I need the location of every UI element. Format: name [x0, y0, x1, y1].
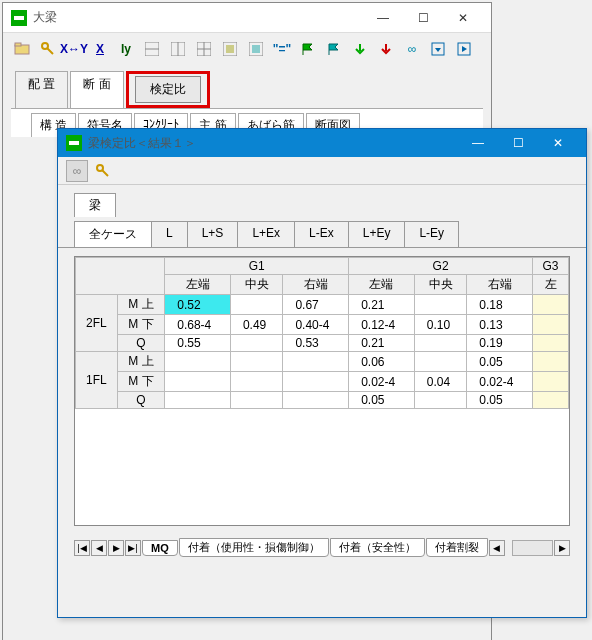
col-g2: G2 — [349, 258, 533, 275]
equal-icon[interactable]: "=" — [271, 38, 293, 60]
cell[interactable]: 0.18 — [467, 295, 533, 315]
cell[interactable]: 0.02-4 — [349, 372, 415, 392]
grid1-icon[interactable] — [141, 38, 163, 60]
cell[interactable]: 0.49 — [230, 315, 282, 335]
maximize-button[interactable]: ☐ — [403, 5, 443, 31]
cell[interactable] — [230, 392, 282, 409]
cell[interactable]: 0.68-4 — [165, 315, 231, 335]
folder-icon[interactable] — [11, 38, 33, 60]
cell[interactable]: 0.52 — [165, 295, 231, 315]
case-tab-l[interactable]: L — [151, 221, 188, 247]
cell[interactable]: 0.53 — [283, 335, 349, 352]
cell[interactable] — [414, 295, 466, 315]
nav-first-icon[interactable]: |◀ — [74, 540, 90, 556]
cell[interactable] — [533, 335, 569, 352]
cell[interactable] — [533, 352, 569, 372]
sub-center2: 中央 — [414, 275, 466, 295]
minimize-button[interactable]: — — [363, 5, 403, 31]
cell[interactable] — [230, 335, 282, 352]
floor-label: 2FL — [76, 295, 118, 352]
row-type-label: M 下 — [117, 315, 165, 335]
cell[interactable] — [414, 335, 466, 352]
cell[interactable] — [533, 315, 569, 335]
table-row: 2FLM 上0.520.670.210.18 — [76, 295, 569, 315]
cell[interactable] — [165, 352, 231, 372]
cell[interactable] — [283, 392, 349, 409]
case-tab-l-ex[interactable]: L-Ex — [294, 221, 349, 247]
xy-arrow-icon[interactable]: X↔Y — [63, 38, 85, 60]
grid5-icon[interactable] — [245, 38, 267, 60]
cell[interactable] — [230, 372, 282, 392]
sub-maximize-button[interactable]: ☐ — [498, 130, 538, 156]
flag-teal-icon[interactable] — [323, 38, 345, 60]
svg-rect-15 — [252, 45, 260, 53]
btab-fuchaku3[interactable]: 付着割裂 — [426, 538, 488, 557]
scroll-right-icon[interactable]: ▶ — [554, 540, 570, 556]
cell[interactable]: 0.05 — [467, 352, 533, 372]
cell[interactable] — [283, 372, 349, 392]
down-green-icon[interactable] — [349, 38, 371, 60]
close-button[interactable]: ✕ — [443, 5, 483, 31]
btab-mq[interactable]: MQ — [142, 540, 178, 556]
sub-link-icon[interactable]: ∞ — [66, 160, 88, 182]
x-icon[interactable]: X — [89, 38, 111, 60]
cell[interactable]: 0.55 — [165, 335, 231, 352]
table-row: 1FLM 上0.060.05 — [76, 352, 569, 372]
case-tab-lex[interactable]: L+Ex — [237, 221, 295, 247]
cell[interactable]: 0.05 — [349, 392, 415, 409]
grid2-icon[interactable] — [167, 38, 189, 60]
sub-minimize-button[interactable]: — — [458, 130, 498, 156]
cell[interactable] — [230, 295, 282, 315]
case-tab-all[interactable]: 全ケース — [74, 221, 152, 247]
cell[interactable]: 0.21 — [349, 335, 415, 352]
case-tab-l-ey[interactable]: L-Ey — [404, 221, 459, 247]
grid3-icon[interactable] — [193, 38, 215, 60]
svg-rect-2 — [15, 43, 21, 46]
cell[interactable] — [533, 372, 569, 392]
cell[interactable]: 0.21 — [349, 295, 415, 315]
results-table: G1 G2 G3 左端 中央 右端 左端 中央 右端 左 2FLM 上0.520… — [75, 257, 569, 409]
cell[interactable] — [533, 295, 569, 315]
row-type-label: Q — [117, 335, 165, 352]
cell[interactable]: 0.04 — [414, 372, 466, 392]
scroll-left-icon[interactable]: ◀ — [489, 540, 505, 556]
panel-right-icon[interactable] — [453, 38, 475, 60]
cell[interactable]: 0.67 — [283, 295, 349, 315]
cell[interactable] — [283, 352, 349, 372]
key-icon[interactable] — [37, 38, 59, 60]
h-scrollbar[interactable] — [512, 540, 553, 556]
link-icon[interactable]: ∞ — [401, 38, 423, 60]
cell[interactable]: 0.12-4 — [349, 315, 415, 335]
nav-next-icon[interactable]: ▶ — [108, 540, 124, 556]
iy-icon[interactable]: Iy — [115, 38, 137, 60]
cell[interactable]: 0.19 — [467, 335, 533, 352]
sub-close-button[interactable]: ✕ — [538, 130, 578, 156]
flag-green-icon[interactable] — [297, 38, 319, 60]
cell[interactable] — [165, 392, 231, 409]
case-tab-ley[interactable]: L+Ey — [348, 221, 406, 247]
cell[interactable] — [230, 352, 282, 372]
tab-haichi[interactable]: 配 置 — [15, 71, 68, 108]
grid4-icon[interactable] — [219, 38, 241, 60]
cell[interactable] — [414, 392, 466, 409]
cell[interactable] — [533, 392, 569, 409]
cell[interactable]: 0.40-4 — [283, 315, 349, 335]
tab-danmen[interactable]: 断 面 — [70, 71, 123, 108]
nav-last-icon[interactable]: ▶| — [125, 540, 141, 556]
cell[interactable]: 0.10 — [414, 315, 466, 335]
cell[interactable] — [414, 352, 466, 372]
cell[interactable]: 0.02-4 — [467, 372, 533, 392]
nav-prev-icon[interactable]: ◀ — [91, 540, 107, 556]
down-red-icon[interactable] — [375, 38, 397, 60]
cell[interactable]: 0.05 — [467, 392, 533, 409]
tab-kenteihi[interactable]: 検定比 — [135, 76, 201, 103]
cell[interactable]: 0.13 — [467, 315, 533, 335]
tab-hari[interactable]: 梁 — [74, 193, 116, 217]
sub-key-icon[interactable] — [92, 160, 114, 182]
cell[interactable] — [165, 372, 231, 392]
cell[interactable]: 0.06 — [349, 352, 415, 372]
case-tab-ls[interactable]: L+S — [187, 221, 239, 247]
btab-fuchaku2[interactable]: 付着（安全性） — [330, 538, 425, 557]
btab-fuchaku1[interactable]: 付着（使用性・損傷制御） — [179, 538, 329, 557]
panel-down-icon[interactable] — [427, 38, 449, 60]
